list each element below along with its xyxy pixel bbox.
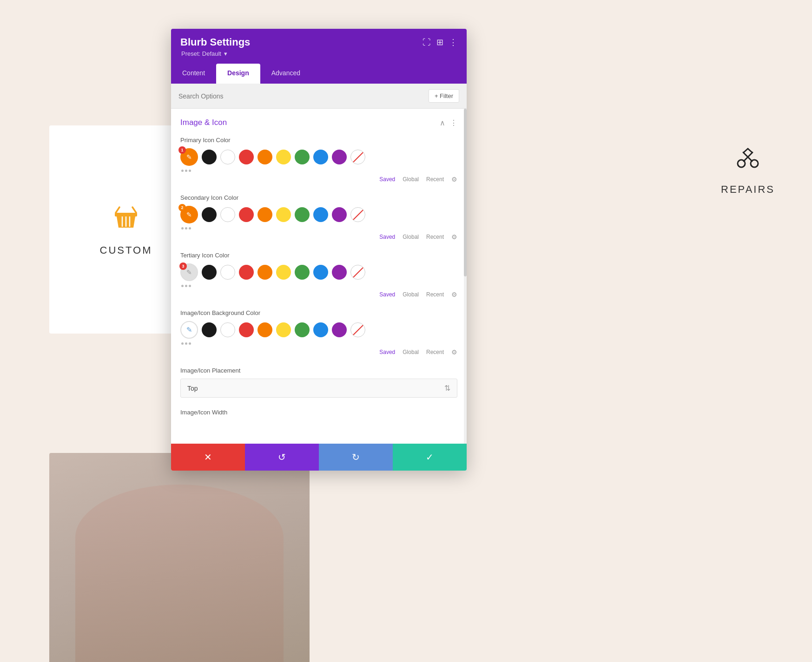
width-label: Image/Icon Width [180, 409, 457, 434]
placement-setting: Image/Icon Placement Top ⇅ [180, 367, 457, 398]
color-dot-red-3[interactable] [239, 265, 254, 280]
tertiary-gear-icon[interactable]: ⚙ [451, 291, 457, 298]
color-dot-none-2[interactable] [350, 207, 365, 222]
color-dot-green-2[interactable] [295, 207, 310, 222]
bg-saved-tab[interactable]: Saved [379, 349, 395, 355]
cancel-button[interactable]: ✕ [171, 444, 245, 471]
tab-content[interactable]: Content [171, 64, 216, 84]
color-dot-yellow-1[interactable] [276, 150, 291, 164]
color-dot-black-1[interactable] [202, 150, 217, 164]
secondary-icon-color-setting: Secondary Icon Color 2 ✎ [180, 194, 457, 241]
bg-gear-icon[interactable]: ⚙ [451, 348, 457, 356]
primary-icon-color-setting: Primary Icon Color 1 ✎ [180, 137, 457, 183]
secondary-color-row: 2 ✎ [180, 206, 457, 223]
color-dot-blue-1[interactable] [313, 150, 328, 164]
primary-icon-color-label: Primary Icon Color [180, 137, 457, 144]
more-icon[interactable]: ⋮ [449, 37, 457, 47]
tertiary-color-picker[interactable]: 3 ✎ [180, 263, 198, 281]
bg-global-tab[interactable]: Global [403, 349, 419, 355]
color-dot-purple-2[interactable] [332, 207, 347, 222]
scrollbar-track[interactable] [464, 109, 467, 444]
color-dot-black-2[interactable] [202, 207, 217, 222]
color-dot-green-3[interactable] [295, 265, 310, 280]
placement-dropdown[interactable]: Top ⇅ [180, 379, 457, 398]
secondary-color-picker[interactable]: 2 ✎ [180, 206, 198, 223]
placement-chevron: ⇅ [444, 384, 450, 393]
repairs-card: REPAIRS [721, 144, 775, 196]
tertiary-global-tab[interactable]: Global [403, 291, 419, 298]
primary-recent-tab[interactable]: Recent [426, 176, 444, 183]
color-dot-blue-2[interactable] [313, 207, 328, 222]
primary-gear-icon[interactable]: ⚙ [451, 176, 457, 183]
filter-button[interactable]: + Filter [429, 89, 459, 103]
color-dot-none-3[interactable] [350, 265, 365, 280]
secondary-gear-icon[interactable]: ⚙ [451, 233, 457, 241]
color-dot-yellow-4[interactable] [276, 322, 291, 337]
secondary-global-tab[interactable]: Global [403, 234, 419, 240]
secondary-recent-tab[interactable]: Recent [426, 234, 444, 240]
panel-preset[interactable]: Preset: Default ▾ [180, 50, 457, 57]
panel-title: Blurb Settings [180, 36, 250, 48]
color-dot-orange-1[interactable] [257, 150, 272, 164]
primary-color-row: 1 ✎ [180, 148, 457, 166]
bg-recent-tab[interactable]: Recent [426, 349, 444, 355]
color-dot-black-4[interactable] [202, 322, 217, 337]
color-dot-yellow-3[interactable] [276, 265, 291, 280]
color-dot-green-1[interactable] [295, 150, 310, 164]
svg-rect-0 [115, 213, 137, 216]
color-dot-yellow-2[interactable] [276, 207, 291, 222]
fullscreen-icon[interactable]: ⛶ [423, 38, 431, 47]
tertiary-recent-tab[interactable]: Recent [426, 291, 444, 298]
color-dot-purple-3[interactable] [332, 265, 347, 280]
section-title: Image & Icon [180, 118, 227, 127]
primary-color-picker[interactable]: 1 ✎ [180, 148, 198, 166]
scrollbar-thumb[interactable] [464, 109, 467, 276]
secondary-saved-tab[interactable]: Saved [379, 234, 395, 240]
color-dot-black-3[interactable] [202, 265, 217, 280]
color-dot-orange-2[interactable] [257, 207, 272, 222]
layout-icon[interactable]: ⊞ [436, 37, 443, 47]
bg-color-tabs: Saved Global Recent ⚙ [180, 348, 457, 356]
tertiary-color-tabs: Saved Global Recent ⚙ [180, 291, 457, 298]
color-dot-blue-4[interactable] [313, 322, 328, 337]
color-dot-orange-4[interactable] [257, 322, 272, 337]
color-dot-white-1[interactable] [220, 150, 235, 164]
primary-saved-tab[interactable]: Saved [379, 176, 395, 183]
bg-color-picker[interactable]: ✎ [180, 321, 198, 339]
color-dot-blue-3[interactable] [313, 265, 328, 280]
placement-value: Top [187, 385, 198, 392]
placement-label: Image/Icon Placement [180, 367, 457, 374]
search-input[interactable] [178, 92, 429, 100]
color-dot-white-2[interactable] [220, 207, 235, 222]
color-dot-orange-3[interactable] [257, 265, 272, 280]
custom-label: CUSTOM [100, 244, 152, 256]
action-bar: ✕ ↺ ↻ ✓ [171, 444, 467, 471]
color-dot-none-4[interactable] [350, 322, 365, 337]
color-dot-purple-1[interactable] [332, 150, 347, 164]
color-dot-red-1[interactable] [239, 150, 254, 164]
redo-button[interactable]: ↻ [319, 444, 393, 471]
scissors-icon [735, 144, 761, 176]
color-dot-red-2[interactable] [239, 207, 254, 222]
color-dot-white-4[interactable] [220, 322, 235, 337]
section-more-icon[interactable]: ⋮ [450, 118, 457, 127]
tertiary-badge: 3 [179, 262, 187, 270]
save-button[interactable]: ✓ [393, 444, 467, 471]
color-dot-white-3[interactable] [220, 265, 235, 280]
color-dot-red-4[interactable] [239, 322, 254, 337]
color-dot-green-4[interactable] [295, 322, 310, 337]
section-collapse-icon[interactable]: ∧ [440, 118, 445, 127]
panel-header: Blurb Settings ⛶ ⊞ ⋮ Preset: Default ▾ [171, 29, 467, 64]
tab-advanced[interactable]: Advanced [260, 64, 311, 84]
color-dot-purple-4[interactable] [332, 322, 347, 337]
tab-design[interactable]: Design [216, 64, 260, 84]
tertiary-color-row: 3 ✎ [180, 263, 457, 281]
undo-button[interactable]: ↺ [245, 444, 319, 471]
bg-more-dots [181, 342, 457, 345]
tertiary-saved-tab[interactable]: Saved [379, 291, 395, 298]
secondary-color-tabs: Saved Global Recent ⚙ [180, 233, 457, 241]
color-dot-none-1[interactable] [350, 150, 365, 164]
bg-icon-color-setting: Image/Icon Background Color ✎ [180, 309, 457, 356]
primary-global-tab[interactable]: Global [403, 176, 419, 183]
panel-header-icons: ⛶ ⊞ ⋮ [423, 37, 457, 47]
